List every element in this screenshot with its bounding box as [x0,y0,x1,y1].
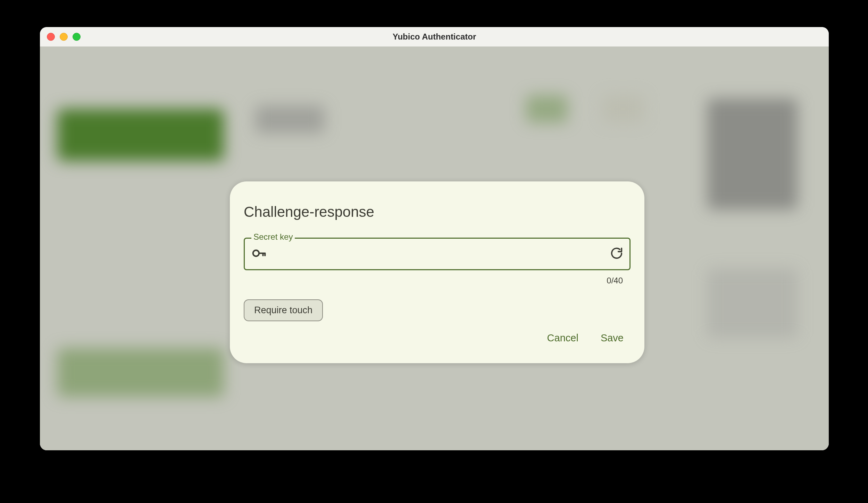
window-title: Yubico Authenticator [393,32,476,42]
save-button[interactable]: Save [599,330,625,346]
dialog-actions: Cancel Save [546,330,625,346]
app-body: Challenge-response Secret key [40,46,829,450]
key-icon [251,245,267,263]
window-zoom-button[interactable] [73,33,81,41]
regenerate-icon[interactable] [610,247,623,261]
svg-point-0 [253,250,259,256]
secret-key-field: Secret key [244,238,631,285]
char-count: 0/40 [244,276,631,285]
require-touch-chip[interactable]: Require touch [244,299,323,321]
cancel-button[interactable]: Cancel [546,330,580,346]
secret-key-input[interactable] [267,248,610,259]
window-minimize-button[interactable] [60,33,68,41]
title-bar: Yubico Authenticator [40,27,829,47]
app-window: Yubico Authenticator Challenge-response … [40,27,829,450]
window-close-button[interactable] [47,33,55,41]
dialog-title: Challenge-response [244,204,631,220]
traffic-lights [47,33,81,41]
challenge-response-dialog: Challenge-response Secret key [230,181,644,363]
secret-key-label: Secret key [251,232,295,242]
secret-key-outline [244,238,631,270]
